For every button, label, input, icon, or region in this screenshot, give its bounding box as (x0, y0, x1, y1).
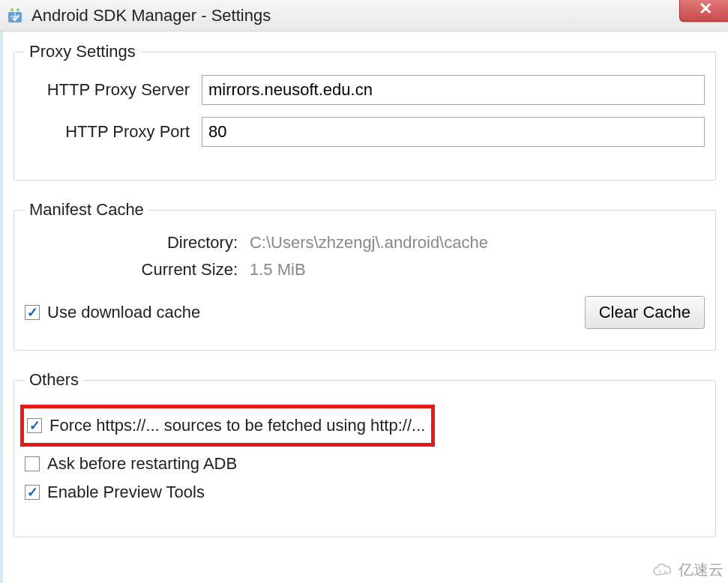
cache-directory-label: Directory: (25, 233, 250, 253)
close-button[interactable]: ✕ (679, 0, 728, 22)
force-https-label: Force https://... sources to be fetched … (49, 416, 425, 435)
svg-point-1 (10, 8, 13, 11)
preview-tools-label: Enable Preview Tools (47, 483, 205, 502)
proxy-port-row: HTTP Proxy Port (25, 117, 705, 147)
cache-size-value: 1.5 MiB (250, 260, 306, 280)
force-https-checkbox[interactable] (27, 418, 42, 433)
others-legend: Others (25, 370, 83, 390)
cache-size-label: Current Size: (25, 260, 250, 280)
settings-content: Proxy Settings HTTP Proxy Server HTTP Pr… (0, 31, 728, 583)
force-https-highlight: Force https://... sources to be fetched … (20, 405, 435, 447)
manifest-cache-group: Manifest Cache Directory: C:\Users\zhzen… (13, 200, 716, 351)
android-sdk-icon (6, 7, 24, 25)
use-download-cache-row[interactable]: Use download cache (25, 298, 200, 327)
proxy-legend: Proxy Settings (25, 42, 140, 61)
clear-cache-button[interactable]: Clear Cache (585, 296, 705, 329)
force-https-row[interactable]: Force https://... sources to be fetched … (27, 411, 425, 440)
window-titlebar: Android SDK Manager - Settings ✕ (0, 0, 728, 31)
ask-adb-checkbox[interactable] (25, 456, 40, 471)
ask-adb-label: Ask before restarting ADB (47, 454, 237, 474)
proxy-server-label: HTTP Proxy Server (25, 80, 202, 100)
proxy-port-input[interactable] (202, 117, 705, 147)
cache-directory-value: C:\Users\zhzengj\.android\cache (250, 233, 488, 253)
window-title: Android SDK Manager - Settings (31, 6, 271, 25)
cache-legend: Manifest Cache (25, 200, 148, 220)
ask-adb-row[interactable]: Ask before restarting ADB (25, 450, 705, 478)
svg-point-2 (16, 8, 19, 11)
preview-tools-row[interactable]: Enable Preview Tools (25, 478, 705, 507)
proxy-settings-group: Proxy Settings HTTP Proxy Server HTTP Pr… (13, 42, 716, 181)
cache-size-row: Current Size: 1.5 MiB (25, 260, 705, 280)
others-group: Others Force https://... sources to be f… (13, 370, 716, 537)
preview-tools-checkbox[interactable] (25, 485, 40, 500)
proxy-server-input[interactable] (202, 75, 705, 105)
use-download-cache-checkbox[interactable] (25, 305, 40, 320)
cache-directory-row: Directory: C:\Users\zhzengj\.android\cac… (25, 233, 705, 253)
proxy-port-label: HTTP Proxy Port (25, 122, 202, 142)
proxy-server-row: HTTP Proxy Server (25, 75, 705, 105)
close-icon: ✕ (699, 0, 712, 19)
use-download-cache-label: Use download cache (47, 303, 200, 322)
